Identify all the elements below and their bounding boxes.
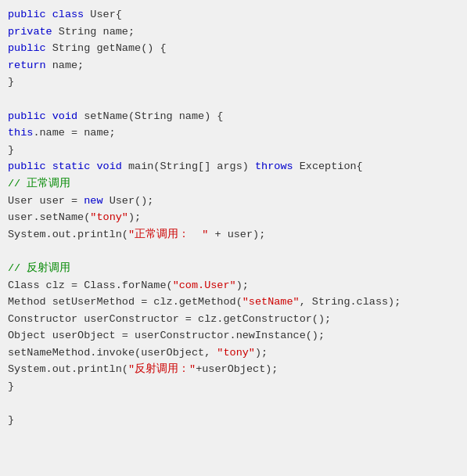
code-line-25: } xyxy=(8,412,459,429)
code-line-20: Object userObject = userConstructor.newI… xyxy=(8,327,459,344)
code-line-21: setNameMethod.invoke(userObject, "tony")… xyxy=(8,344,459,362)
code-line-3: public String getName() { xyxy=(8,40,459,57)
code-line-19: Constructor userConstructor = clz.getCon… xyxy=(8,311,459,328)
code-line-13: user.setName("tony"); xyxy=(8,209,459,226)
code-line-18: Method setUserMethod = clz.getMethod("se… xyxy=(8,294,459,311)
code-line-10: public static void main(String[] args) t… xyxy=(8,158,459,175)
code-line-24 xyxy=(8,395,459,413)
code-line-8: this.name = name; xyxy=(8,124,459,142)
code-editor: public class User{ private String name; … xyxy=(0,0,467,476)
code-line-16: // 反射调用 xyxy=(8,260,459,277)
code-line-22: System.out.println("反射调用："+userObject); xyxy=(8,361,459,378)
code-line-11: // 正常调用 xyxy=(8,175,459,193)
code-line-15 xyxy=(8,243,459,260)
code-line-14: System.out.println("正常调用： " + user); xyxy=(8,226,459,243)
code-line-12: User user = new User(); xyxy=(8,193,459,210)
code-line-1: public class User{ xyxy=(8,6,459,23)
code-line-7: public void setName(String name) { xyxy=(8,108,459,125)
code-line-9: } xyxy=(8,142,459,159)
code-line-2: private String name; xyxy=(8,23,459,41)
code-line-17: Class clz = Class.forName("com.User"); xyxy=(8,277,459,294)
code-line-6 xyxy=(8,91,459,108)
code-line-5: } xyxy=(8,74,459,91)
code-line-23: } xyxy=(8,378,459,395)
code-line-4: return name; xyxy=(8,57,459,74)
